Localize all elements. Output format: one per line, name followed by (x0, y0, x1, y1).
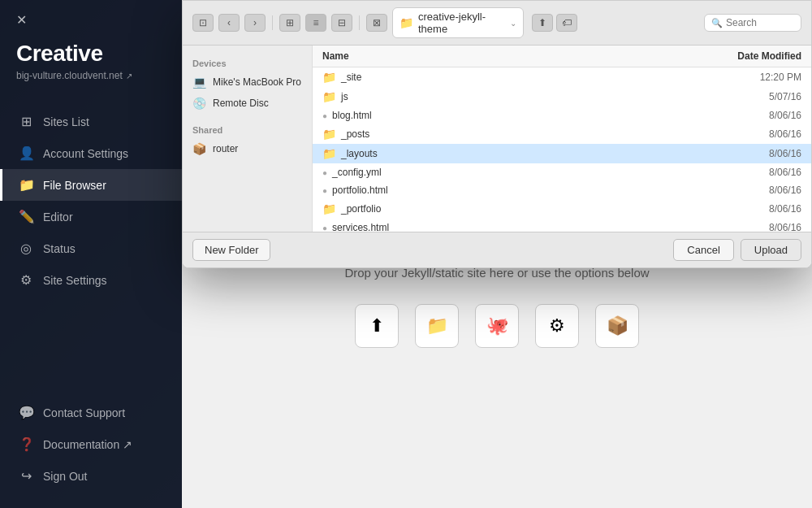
search-box[interactable]: 🔍 (704, 14, 801, 32)
folder-icon: 📁 (322, 202, 336, 215)
sidebar-item-label: Site Settings (43, 274, 107, 287)
file-date: 8/06/16 (736, 222, 801, 232)
upload-button[interactable]: Upload (741, 239, 801, 261)
path-breadcrumb[interactable]: 📁 creative-jekyll-theme ⌄ (392, 7, 524, 38)
file-date: 8/06/16 (736, 110, 801, 121)
folder-icon: 📁 (322, 71, 336, 84)
view-icon-button[interactable]: ⊡ (192, 14, 214, 32)
modal-body: Devices 💻 Mike's MacBook Pro 💿 Remote Di… (183, 46, 811, 232)
file-name-text: portfolio.html (332, 185, 388, 196)
file-date: 8/06/16 (736, 167, 801, 178)
date-column-header: Date Modified (737, 50, 801, 62)
forward-button[interactable]: › (244, 14, 266, 32)
folder-icon-button[interactable]: 📁 (415, 304, 459, 348)
device-remote-disc[interactable]: 💿 Remote Disc (183, 93, 312, 114)
cloudcannon-icon-button[interactable]: ⚙ (535, 304, 579, 348)
file-row[interactable]: 📁_site12:20 PM (313, 67, 811, 87)
sidebar-item-status[interactable]: ◎ Status (0, 232, 182, 264)
file-row[interactable]: ●portfolio.html8/06/16 (313, 181, 811, 199)
sidebar-item-label: Sites List (43, 115, 89, 128)
brand-subdomain: big-vulture.cloudvent.net ↗ (16, 70, 166, 81)
close-button[interactable]: ✕ (13, 11, 29, 28)
chat-icon: 💬 (19, 405, 33, 420)
modal-footer: New Folder Cancel Upload (183, 232, 811, 267)
sidebar-item-account-settings[interactable]: 👤 Account Settings (0, 137, 182, 169)
file-icon: ● (322, 111, 327, 120)
modal-toolbar: ⊡ ‹ › ⊞ ≡ ⊟ ⊠ 📁 creative-jekyll-theme ⌄ … (183, 1, 811, 46)
sidebar-item-label: Status (43, 242, 76, 255)
dropbox-icon-button[interactable]: 📦 (595, 304, 639, 348)
file-name-text: _layouts (341, 148, 378, 159)
devices-label: Devices (183, 55, 312, 72)
file-row[interactable]: ●_config.yml8/06/16 (313, 163, 811, 181)
sidebar-item-sign-out[interactable]: ↪ Sign Out (0, 460, 182, 492)
upload-icon-button[interactable]: ⬆ (355, 304, 399, 348)
sidebar-item-site-settings[interactable]: ⚙ Site Settings (0, 264, 182, 296)
shared-router[interactable]: 📦 router (183, 138, 312, 159)
sidebar-bottom: 💬 Contact Support ❓ Documentation ↗ ↪ Si… (0, 389, 182, 508)
file-row[interactable]: ●blog.html8/06/16 (313, 106, 811, 124)
laptop-icon: 💻 (192, 76, 206, 89)
new-folder-button[interactable]: New Folder (192, 239, 270, 261)
folder-icon: 📁 (322, 147, 336, 160)
back-button[interactable]: ‹ (218, 14, 240, 32)
tag-button[interactable]: 🏷 (556, 14, 577, 32)
file-date: 8/06/16 (736, 203, 801, 215)
github-icon-button[interactable]: 🐙 (475, 304, 519, 348)
file-row[interactable]: 📁_layouts8/06/16 (313, 144, 811, 163)
list-view-button[interactable]: ≡ (305, 14, 326, 32)
external-link-icon: ↗ (126, 72, 132, 80)
file-row[interactable]: ●services.html8/06/16 (313, 219, 811, 232)
file-name-cell: ●portfolio.html (322, 185, 736, 196)
user-icon: 👤 (19, 145, 33, 161)
share-button[interactable]: ⬆ (532, 14, 553, 32)
cancel-button[interactable]: Cancel (673, 239, 733, 261)
file-browser-modal: ⊡ ‹ › ⊞ ≡ ⊟ ⊠ 📁 creative-jekyll-theme ⌄ … (182, 0, 812, 268)
sidebar-item-contact-support[interactable]: 💬 Contact Support (0, 397, 182, 428)
file-row[interactable]: 📁_portfolio8/06/16 (313, 199, 811, 219)
file-row[interactable]: 📁_posts8/06/16 (313, 124, 811, 144)
file-name-cell: 📁_portfolio (322, 202, 736, 215)
gear-icon: ⚙ (19, 272, 33, 288)
separator (272, 15, 273, 30)
footer-action-buttons: Cancel Upload (673, 239, 801, 261)
device-name: Mike's MacBook Pro (213, 76, 301, 88)
grid-view-button[interactable]: ⊞ (279, 14, 300, 32)
name-column-header: Name (322, 50, 349, 62)
file-date: 8/06/16 (736, 128, 801, 140)
sidebar-item-file-browser[interactable]: 📁 File Browser (0, 169, 182, 201)
sidebar-item-editor[interactable]: ✏️ Editor (0, 201, 182, 232)
file-row[interactable]: 📁js5/07/16 (313, 87, 811, 106)
sidebar-item-label: File Browser (43, 179, 106, 192)
file-name-cell: ●services.html (322, 222, 736, 232)
search-icon: 🔍 (711, 18, 723, 28)
sidebar-item-label: Sign Out (43, 470, 87, 483)
search-input[interactable] (726, 17, 791, 28)
columns-view-button[interactable]: ⊟ (331, 14, 352, 32)
group-view-button[interactable]: ⊠ (366, 14, 387, 32)
file-icon: ● (322, 168, 327, 177)
file-name-cell: 📁js (322, 90, 736, 103)
file-name-cell: 📁_layouts (322, 147, 736, 160)
device-macbook[interactable]: 💻 Mike's MacBook Pro (183, 72, 312, 93)
file-name-cell: 📁_site (322, 71, 736, 84)
folder-icon: 📁 (322, 128, 336, 141)
sidebar-item-label: Contact Support (43, 406, 125, 419)
separator2 (359, 15, 360, 30)
sidebar: ✕ Creative big-vulture.cloudvent.net ↗ ⊞… (0, 0, 182, 508)
file-name-text: _posts (341, 128, 369, 140)
file-rows-container: 📁_site12:20 PM📁js5/07/16●blog.html8/06/1… (313, 67, 811, 232)
shared-label: Shared (183, 122, 312, 138)
sidebar-item-label: Documentation ↗ (43, 438, 132, 451)
file-name-text: _portfolio (341, 203, 381, 215)
file-name-text: js (341, 91, 348, 102)
sidebar-item-documentation[interactable]: ❓ Documentation ↗ (0, 428, 182, 460)
folder-icon: 📁 (400, 16, 413, 29)
file-name-cell: ●blog.html (322, 110, 736, 121)
signout-icon: ↪ (19, 468, 33, 484)
pencil-icon: ✏️ (19, 209, 33, 224)
file-name-text: _config.yml (332, 167, 382, 178)
file-name-text: _site (341, 72, 361, 83)
sidebar-item-sites-list[interactable]: ⊞ Sites List (0, 106, 182, 137)
file-list-panel[interactable]: Name Date Modified 📁_site12:20 PM📁js5/07… (313, 46, 811, 232)
